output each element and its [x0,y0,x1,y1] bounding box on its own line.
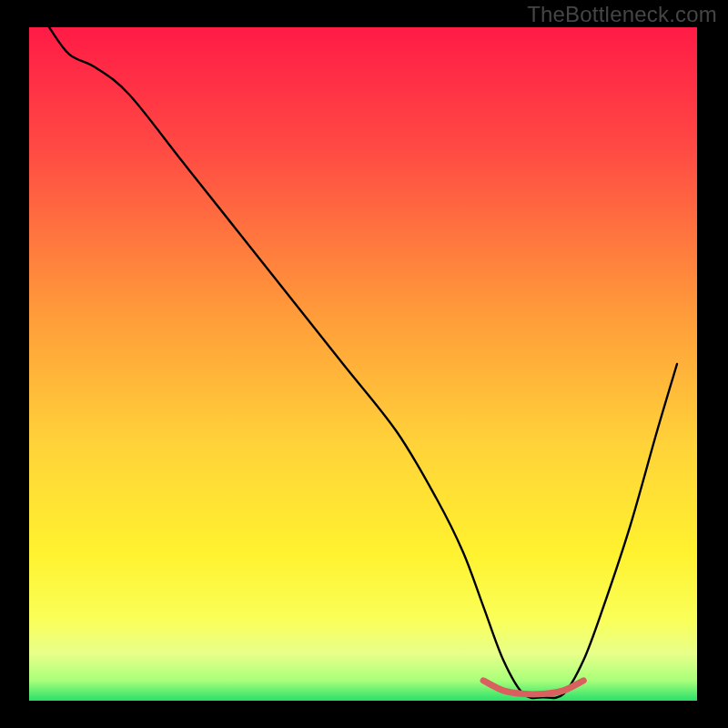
bottleneck-chart [0,0,728,728]
plot-background [29,27,697,701]
chart-frame: { "watermark": "TheBottleneck.com", "cha… [0,0,728,728]
